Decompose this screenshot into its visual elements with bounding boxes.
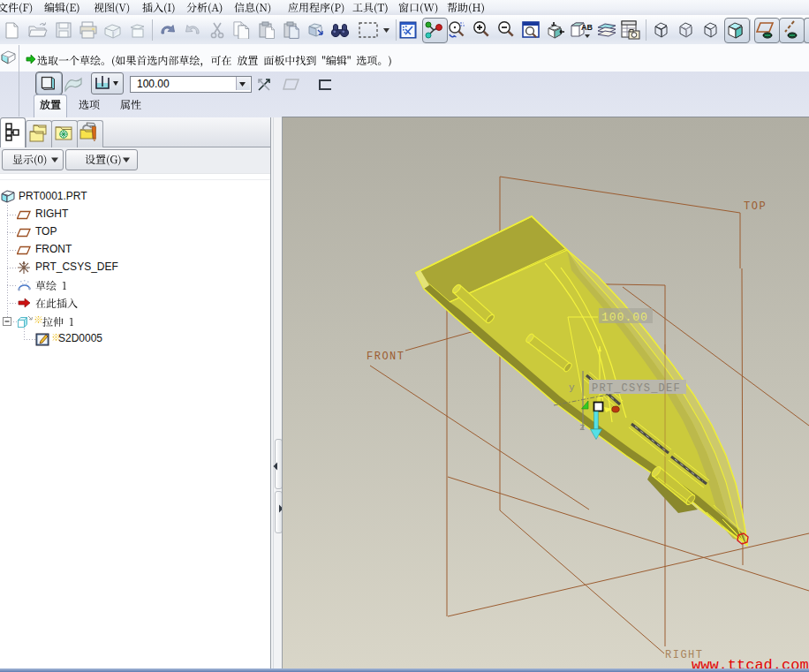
- svg-text:TOP: TOP: [744, 200, 767, 213]
- svg-text:100.00: 100.00: [601, 311, 648, 324]
- svg-text:z: z: [579, 422, 586, 433]
- svg-text:FRONT: FRONT: [367, 351, 405, 363]
- svg-text:y: y: [569, 382, 575, 393]
- svg-text:PRT_CSYS_DEF: PRT_CSYS_DEF: [592, 382, 681, 395]
- svg-text:www.ttcad.com: www.ttcad.com: [692, 657, 809, 668]
- svg-text:AB: AB: [581, 23, 593, 32]
